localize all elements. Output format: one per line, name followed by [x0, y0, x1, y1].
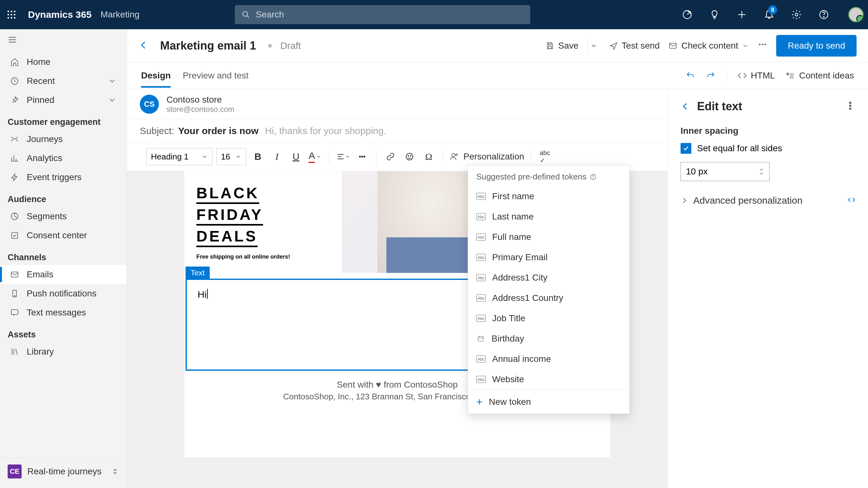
- code-edit-icon[interactable]: [848, 196, 855, 204]
- hero-text-block[interactable]: BLACK FRIDAY DEALS Free shipping on all …: [190, 171, 331, 273]
- nav-collapse-button[interactable]: [0, 29, 127, 53]
- nav-push[interactable]: Push notifications: [0, 284, 127, 303]
- svg-rect-28: [548, 46, 551, 49]
- token-dropdown: Suggested pre-defined tokens AbcFirst na…: [468, 165, 630, 414]
- underline-button[interactable]: U: [288, 149, 303, 164]
- back-button[interactable]: [138, 40, 149, 52]
- nav-emails[interactable]: Emails: [0, 265, 127, 284]
- content-ideas-button[interactable]: Content ideas: [786, 70, 854, 81]
- tab-design[interactable]: Design: [141, 64, 170, 88]
- nav-group-audience: Audience: [0, 187, 127, 207]
- help-icon[interactable]: [818, 9, 829, 20]
- svg-point-40: [408, 156, 409, 156]
- panel-back-icon[interactable]: [681, 101, 691, 112]
- new-token-button[interactable]: +New token: [468, 390, 629, 414]
- bulb-icon[interactable]: [709, 9, 720, 20]
- nav-home[interactable]: Home: [0, 53, 127, 71]
- html-view-button[interactable]: HTML: [737, 70, 775, 81]
- token-last-name[interactable]: AbcLast name: [468, 207, 629, 227]
- sender-avatar: CS: [140, 95, 159, 114]
- equal-sides-checkbox[interactable]: Set equal for all sides: [681, 143, 855, 154]
- svg-point-39: [406, 153, 413, 160]
- app-launcher-icon[interactable]: [4, 8, 19, 22]
- search-placeholder: Search: [256, 9, 284, 20]
- token-dropdown-header: Suggested pre-defined tokens: [468, 165, 629, 186]
- nav-journeys[interactable]: Journeys: [0, 130, 127, 149]
- font-color-button[interactable]: A: [307, 149, 322, 164]
- tab-preview[interactable]: Preview and test: [183, 64, 248, 88]
- more-commands-button[interactable]: [758, 40, 767, 52]
- svg-point-5: [14, 14, 16, 16]
- token-annual-income[interactable]: AbcAnnual income: [468, 349, 629, 369]
- svg-point-43: [456, 154, 457, 155]
- save-button[interactable]: Save: [546, 41, 579, 51]
- nav-library[interactable]: Library: [0, 342, 127, 361]
- panel-title: Edit text: [697, 100, 742, 113]
- advanced-personalization-toggle[interactable]: Advanced personalization: [681, 195, 855, 206]
- token-address-country[interactable]: AbcAddress1 Country: [468, 288, 629, 308]
- token-primary-email[interactable]: AbcPrimary Email: [468, 247, 629, 268]
- svg-point-41: [410, 156, 411, 156]
- plus-icon[interactable]: [737, 9, 747, 20]
- module-title[interactable]: Marketing: [100, 9, 140, 20]
- focus-icon[interactable]: [682, 9, 693, 20]
- token-address-city[interactable]: AbcAddress1 City: [468, 268, 629, 288]
- svg-rect-23: [11, 272, 18, 277]
- font-style-dropdown[interactable]: Heading 1: [146, 148, 213, 165]
- token-website[interactable]: AbcWebsite: [468, 369, 629, 390]
- svg-point-2: [14, 11, 16, 12]
- svg-point-31: [762, 44, 764, 45]
- token-birthday[interactable]: Birthday: [468, 329, 629, 349]
- nav-pinned[interactable]: Pinned: [0, 91, 127, 110]
- panel-more-button[interactable]: [845, 101, 855, 112]
- nav-event-triggers[interactable]: Event triggers: [0, 168, 127, 187]
- italic-button[interactable]: I: [269, 149, 284, 164]
- token-full-name[interactable]: AbcFull name: [468, 227, 629, 247]
- nav-segments[interactable]: Segments: [0, 207, 127, 226]
- text-content[interactable]: Hi: [197, 289, 208, 300]
- nav-analytics[interactable]: Analytics: [0, 149, 127, 168]
- svg-point-3: [8, 14, 9, 16]
- personalization-button[interactable]: Personalization: [449, 152, 524, 162]
- svg-point-42: [452, 153, 455, 157]
- more-format-button[interactable]: [354, 149, 370, 164]
- info-icon[interactable]: [590, 174, 597, 180]
- nav-recent[interactable]: Recent: [0, 71, 127, 91]
- chevron-down-icon[interactable]: [759, 172, 764, 175]
- svg-point-25: [14, 296, 15, 296]
- spellcheck-button[interactable]: abc✓: [537, 149, 553, 164]
- nav-text-messages[interactable]: Text messages: [0, 303, 127, 322]
- search-input[interactable]: Search: [235, 5, 530, 24]
- emoji-button[interactable]: [402, 149, 417, 164]
- sender-email[interactable]: store@contoso.com: [166, 105, 235, 114]
- area-switcher[interactable]: Real-time journeys: [27, 466, 101, 477]
- chevron-updown-icon[interactable]: [111, 467, 119, 476]
- sender-name[interactable]: Contoso store: [166, 95, 235, 105]
- token-job-title[interactable]: AbcJob Title: [468, 308, 629, 329]
- chevron-down-icon: [108, 96, 117, 104]
- gear-icon[interactable]: [791, 9, 802, 20]
- undo-icon[interactable]: [686, 71, 695, 81]
- ready-to-send-button[interactable]: Ready to send: [776, 35, 857, 57]
- user-avatar[interactable]: [848, 7, 864, 22]
- test-send-button[interactable]: Test send: [609, 41, 660, 51]
- nav-consent[interactable]: Consent center: [0, 226, 127, 245]
- svg-point-7: [11, 17, 12, 19]
- pin-icon: [10, 96, 19, 104]
- spacing-input[interactable]: 10 px: [681, 162, 770, 181]
- token-first-name[interactable]: AbcFirst name: [468, 186, 629, 207]
- save-split-button[interactable]: [587, 39, 600, 52]
- svg-rect-26: [11, 310, 18, 314]
- check-content-button[interactable]: Check content: [669, 41, 749, 51]
- redo-icon[interactable]: [706, 71, 715, 81]
- nav-group-engagement: Customer engagement: [0, 110, 127, 130]
- symbol-button[interactable]: Ω: [421, 149, 436, 164]
- subject-field[interactable]: Subject: Your order is now Hi, thanks fo…: [127, 120, 668, 142]
- chevron-up-icon[interactable]: [759, 168, 764, 171]
- svg-point-37: [362, 156, 363, 157]
- link-button[interactable]: [383, 149, 398, 164]
- notifications-button[interactable]: 8: [764, 8, 775, 21]
- bold-button[interactable]: B: [250, 149, 265, 164]
- align-button[interactable]: [336, 149, 351, 164]
- font-size-dropdown[interactable]: 16: [216, 148, 247, 165]
